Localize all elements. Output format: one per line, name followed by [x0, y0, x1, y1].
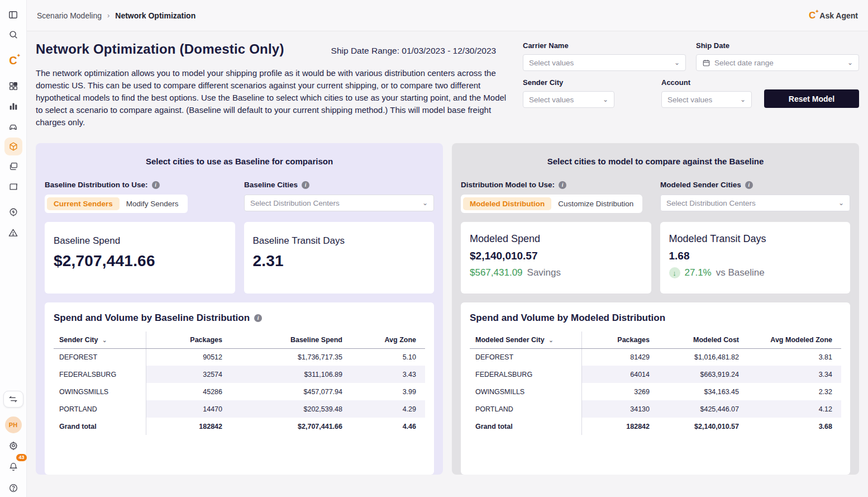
chevron-down-icon: ⌄	[674, 59, 680, 67]
brand-logo-icon: C✦	[809, 11, 815, 20]
customize-distribution-tab[interactable]: Customize Distribution	[551, 197, 640, 210]
baseline-spend-card: Baseline Spend $2,707,441.66	[45, 222, 235, 294]
info-icon[interactable]: i	[254, 314, 262, 322]
info-icon[interactable]: i	[302, 181, 309, 189]
modeled-spend-label: Modeled Spend	[470, 233, 642, 245]
table-row: OWINGSMILLS 3269 $34,163.45 2.32	[470, 383, 841, 400]
info-icon[interactable]: i	[559, 181, 566, 189]
column-header-modeled-cost: Modeled Cost	[654, 332, 743, 348]
transit-delta-label: vs Baseline	[716, 267, 765, 278]
carrier-name-label: Carrier Name	[523, 41, 686, 50]
baseline-transit-value: 2.31	[253, 252, 426, 270]
breadcrumb-parent[interactable]: Scenario Modeling	[37, 11, 102, 20]
reset-model-button[interactable]: Reset Model	[764, 89, 859, 108]
vehicle-icon[interactable]	[4, 117, 22, 135]
ask-agent-button[interactable]: C✦ Ask Agent	[809, 11, 858, 20]
sort-chevron-icon: ⌄	[549, 337, 553, 343]
modeled-spend-value: $2,140,010.57	[470, 250, 642, 262]
modeled-sender-cities-label: Modeled Sender Cities	[660, 181, 741, 189]
reports-icon[interactable]	[4, 158, 22, 176]
breadcrumb: Scenario Modeling › Network Optimization	[37, 11, 195, 20]
info-icon[interactable]: i	[152, 181, 160, 189]
info-icon[interactable]: i	[745, 181, 753, 189]
table-row: DEFOREST 81429 $1,016,481.82 3.81	[470, 348, 841, 366]
alerts-icon[interactable]	[4, 224, 22, 242]
modeled-table: Modeled Sender City ⌄ Packages Modeled C…	[470, 332, 841, 435]
modeled-table-title: Spend and Volume by Modeled Distribution	[470, 313, 665, 324]
savings-value: $567,431.09	[470, 267, 523, 278]
modeled-table-card: Spend and Volume by Modeled Distribution…	[461, 302, 850, 475]
account-select[interactable]: Select values ⌄	[661, 91, 752, 108]
baseline-spend-value: $2,707,441.66	[54, 252, 226, 270]
avatar[interactable]: PH	[5, 416, 22, 433]
filters: Carrier Name Select values ⌄ Ship Date	[523, 41, 859, 129]
search-icon[interactable]	[4, 26, 22, 44]
model-panel: Select cities to model to compare agains…	[452, 143, 859, 475]
table-row: PORTLAND 34130 $425,446.07 4.12	[470, 400, 841, 418]
column-header-packages: Packages	[581, 332, 654, 348]
projects-icon[interactable]	[4, 178, 22, 196]
sender-city-label: Sender City	[523, 78, 614, 87]
baseline-table: Sender City ⌄ Packages Baseline Spend Av…	[54, 332, 425, 435]
column-header-avg-modeled-zone: Avg Modeled Zone	[743, 332, 841, 348]
baseline-panel-title: Select cities to use as Baseline for com…	[45, 157, 434, 166]
baseline-distribution-toggle: Current Senders Modify Senders	[45, 195, 188, 213]
modeled-transit-label: Modeled Transit Days	[669, 233, 842, 245]
modeled-transit-card: Modeled Transit Days 1.68 ↓ 27.1% vs Bas…	[660, 222, 851, 294]
account-label: Account	[661, 78, 752, 87]
baseline-table-title: Spend and Volume by Baseline Distributio…	[54, 313, 250, 324]
ship-date-select[interactable]: Select date range ⌄	[696, 54, 859, 71]
arrow-down-icon: ↓	[669, 267, 680, 278]
chevron-down-icon: ⌄	[740, 96, 746, 103]
notification-badge: 43	[16, 454, 26, 461]
column-header-baseline-spend: Baseline Spend	[227, 332, 347, 348]
carrier-name-select[interactable]: Select values ⌄	[523, 54, 686, 71]
grand-total-row: Grand total 182842 $2,707,441.66 4.46	[54, 418, 425, 435]
analytics-icon[interactable]	[4, 97, 22, 115]
modeled-distribution-tab[interactable]: Modeled Distribution	[463, 197, 551, 210]
notifications-icon[interactable]: 43	[4, 458, 22, 476]
chevron-right-icon: ›	[107, 11, 109, 20]
current-senders-tab[interactable]: Current Senders	[47, 197, 120, 210]
modeled-transit-value: 1.68	[669, 250, 842, 262]
column-header-sender-city[interactable]: Sender City ⌄	[54, 332, 146, 348]
modeled-cities-select[interactable]: Select Distribution Centers ⌄	[660, 195, 850, 211]
modeled-spend-card: Modeled Spend $2,140,010.57 $567,431.09 …	[461, 222, 651, 294]
sidebar: C✦	[0, 0, 27, 497]
topbar: Scenario Modeling › Network Optimization…	[27, 0, 868, 31]
chevron-down-icon: ⌄	[847, 59, 853, 67]
baseline-spend-label: Baseline Spend	[54, 235, 226, 247]
page-description: The network optimization allows you to m…	[36, 67, 512, 129]
insights-icon[interactable]	[4, 203, 22, 221]
ask-agent-label: Ask Agent	[819, 11, 858, 20]
column-header-modeled-sender-city[interactable]: Modeled Sender City ⌄	[470, 332, 581, 348]
sidebar-toggle-icon[interactable]	[4, 6, 22, 23]
transfer-icon[interactable]	[3, 391, 23, 408]
baseline-panel: Select cities to use as Baseline for com…	[36, 143, 443, 475]
sender-city-select[interactable]: Select values ⌄	[523, 91, 614, 108]
grand-total-row: Grand total 182842 $2,140,010.57 3.68	[470, 418, 841, 435]
scenario-modeling-icon[interactable]	[4, 138, 22, 155]
distribution-model-label: Distribution Model to Use:	[461, 181, 555, 189]
table-row: PORTLAND 14470 $202,539.48 4.29	[54, 400, 425, 418]
baseline-cities-select[interactable]: Select Distribution Centers ⌄	[244, 195, 434, 211]
chevron-down-icon: ⌄	[422, 199, 428, 207]
chevron-down-icon: ⌄	[603, 96, 608, 103]
distribution-model-toggle: Modeled Distribution Customize Distribut…	[461, 195, 642, 213]
dashboard-icon[interactable]	[4, 77, 22, 95]
page-title: Network Optimization (Domestic Only)	[36, 41, 284, 57]
column-header-packages: Packages	[146, 332, 227, 348]
model-panel-title: Select cities to model to compare agains…	[461, 157, 850, 166]
calendar-icon	[702, 59, 710, 67]
baseline-table-card: Spend and Volume by Baseline Distributio…	[45, 302, 434, 475]
modify-senders-tab[interactable]: Modify Senders	[120, 197, 185, 210]
baseline-distribution-label: Baseline Distribution to Use:	[45, 181, 148, 189]
chevron-down-icon: ⌄	[838, 199, 844, 207]
savings-label: Savings	[527, 267, 561, 278]
brand-logo-icon[interactable]: C✦	[4, 51, 22, 69]
help-icon[interactable]	[4, 479, 22, 497]
table-row: FEDERALSBURG 32574 $311,106.89 3.43	[54, 366, 425, 383]
ship-date-range: Ship Date Range: 01/03/2023 - 12/30/2023	[331, 46, 497, 56]
settings-icon[interactable]	[4, 437, 22, 455]
table-row: FEDERALSBURG 64014 $663,919.24 3.34	[470, 366, 841, 383]
